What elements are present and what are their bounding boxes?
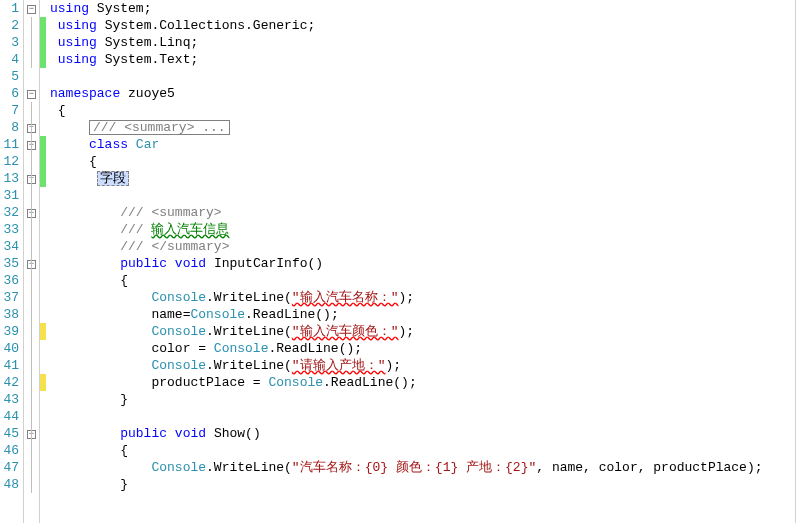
line-num: 5: [0, 68, 19, 85]
change-indicator-gutter: [40, 0, 50, 523]
change-marker: [40, 323, 46, 340]
line-num: 31: [0, 187, 19, 204]
line-num: 42: [0, 374, 19, 391]
fold-toggle[interactable]: −: [24, 425, 39, 442]
line-num: 36: [0, 272, 19, 289]
line-num: 38: [0, 306, 19, 323]
line-num: 47: [0, 459, 19, 476]
line-num: 45: [0, 425, 19, 442]
line-num: 48: [0, 476, 19, 493]
collapsed-region-selected[interactable]: 字段: [97, 171, 129, 186]
line-num: 43: [0, 391, 19, 408]
line-num: 44: [0, 408, 19, 425]
line-num: 40: [0, 340, 19, 357]
fold-toggle[interactable]: −: [24, 204, 39, 221]
line-num: 34: [0, 238, 19, 255]
code-editor[interactable]: using System; using System.Collections.G…: [50, 0, 796, 523]
fold-toggle[interactable]: −: [24, 255, 39, 272]
line-num: 1: [0, 0, 19, 17]
line-num: 12: [0, 153, 19, 170]
change-marker: [40, 374, 46, 391]
change-marker: [40, 153, 46, 170]
fold-toggle[interactable]: −: [24, 136, 39, 153]
collapsed-region[interactable]: /// <summary> ...: [89, 120, 230, 135]
line-num: 11: [0, 136, 19, 153]
line-num: 46: [0, 442, 19, 459]
fold-toggle[interactable]: −: [24, 0, 39, 17]
line-num: 7: [0, 102, 19, 119]
line-num: 13: [0, 170, 19, 187]
change-marker: [40, 51, 46, 68]
line-num: 3: [0, 34, 19, 51]
fold-toggle[interactable]: +: [24, 170, 39, 187]
line-num: 33: [0, 221, 19, 238]
change-marker: [40, 170, 46, 187]
line-num: 41: [0, 357, 19, 374]
line-num: 6: [0, 85, 19, 102]
change-marker: [40, 136, 46, 153]
line-number-gutter: 1 2 3 4 5 6 7 8 11 12 13 31 32 33 34 35 …: [0, 0, 24, 523]
line-num: 4: [0, 51, 19, 68]
line-num: 37: [0, 289, 19, 306]
line-num: 32: [0, 204, 19, 221]
fold-toggle[interactable]: −: [24, 85, 39, 102]
fold-gutter: − − + − + − − −: [24, 0, 40, 523]
line-num: 39: [0, 323, 19, 340]
line-num: 2: [0, 17, 19, 34]
line-num: 8: [0, 119, 19, 136]
change-marker: [40, 17, 46, 34]
change-marker: [40, 34, 46, 51]
fold-toggle[interactable]: +: [24, 119, 39, 136]
line-num: 35: [0, 255, 19, 272]
